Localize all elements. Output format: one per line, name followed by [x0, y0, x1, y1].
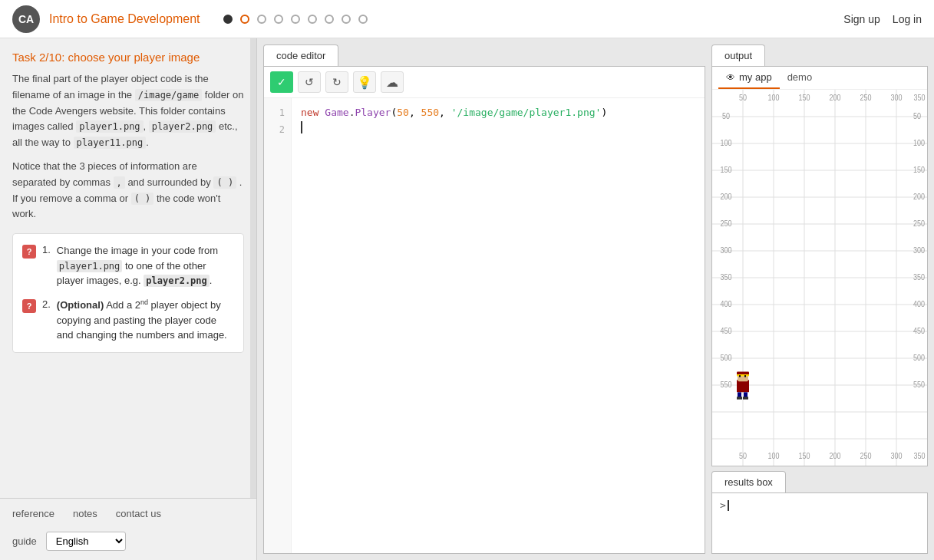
folder-code: /image/game	[135, 89, 202, 101]
comma-code: ,	[114, 176, 125, 189]
my-app-label: my app	[739, 71, 772, 83]
svg-rect-55	[737, 380, 749, 392]
code-area[interactable]: new Game.Player(50, 550, '/image/game/pl…	[292, 98, 705, 553]
p1-code: player1.png	[76, 120, 143, 133]
cursor	[301, 121, 309, 133]
hint-button[interactable]: 💡	[353, 71, 376, 93]
language-select[interactable]: English Español Français	[46, 532, 126, 551]
svg-text:250: 250	[860, 451, 873, 460]
code-line-2	[301, 121, 695, 133]
step-1-num: 1.	[42, 244, 51, 255]
kw-dot: .	[349, 104, 355, 121]
grid-canvas: 50 100 150 200 250 300 350 50 100 150 20…	[712, 90, 927, 466]
editor-tab-bar: code editor	[263, 44, 705, 66]
tab-notes[interactable]: notes	[73, 506, 97, 521]
step-1: ? 1. Change the image in your code from …	[22, 243, 234, 288]
svg-text:300: 300	[721, 246, 733, 255]
paren-open: (	[391, 104, 397, 121]
cursor-bar	[728, 500, 729, 511]
undo-button[interactable]: ↺	[298, 71, 321, 93]
svg-text:550: 550	[913, 380, 926, 390]
output-container: 👁 my app demo	[711, 66, 928, 466]
tab-reference[interactable]: reference	[12, 506, 54, 521]
left-panel: Task 2/10: choose your player image The …	[0, 38, 257, 560]
svg-text:350: 350	[721, 273, 733, 282]
step-2-optional: (Optional)	[57, 299, 104, 311]
check-button[interactable]: ✓	[270, 71, 293, 93]
footer: guide English Español Français	[0, 525, 256, 560]
signup-button[interactable]: Sign up	[843, 13, 880, 25]
subtab-my-app[interactable]: 👁 my app	[718, 67, 780, 89]
svg-text:250: 250	[721, 219, 733, 229]
step-2-num: 2.	[42, 298, 51, 310]
svg-text:150: 150	[721, 166, 733, 175]
step-2-sup: nd	[140, 298, 148, 306]
svg-text:50: 50	[739, 451, 748, 460]
login-button[interactable]: Log in	[893, 13, 922, 25]
svg-text:300: 300	[913, 246, 926, 255]
code-line-1: new Game.Player(50, 550, '/image/game/pl…	[301, 104, 695, 121]
kw-new: new	[301, 104, 318, 121]
logo: CA	[12, 5, 40, 33]
results-section: results box >	[711, 471, 928, 554]
tab-contact-us[interactable]: contact us	[116, 506, 161, 521]
editor-toolbar: ✓ ↺ ↻ 💡 ☁	[264, 67, 705, 98]
dot-3	[257, 15, 266, 24]
tab-results-box[interactable]: results box	[711, 471, 786, 492]
svg-rect-64	[743, 397, 748, 400]
svg-text:100: 100	[768, 451, 781, 460]
svg-text:50: 50	[722, 112, 731, 121]
parens-code: ( )	[213, 176, 236, 189]
line-num-1: 1	[264, 104, 285, 121]
svg-text:100: 100	[721, 139, 733, 148]
demo-label: demo	[787, 71, 813, 83]
results-tab-bar: results box	[711, 471, 928, 492]
subtab-demo[interactable]: demo	[780, 67, 820, 89]
tab-code-editor[interactable]: code editor	[263, 44, 338, 66]
output-tab-bar: output	[711, 44, 928, 66]
svg-text:100: 100	[768, 93, 781, 102]
svg-text:350: 350	[913, 273, 926, 282]
svg-text:50: 50	[913, 112, 922, 121]
main-layout: Task 2/10: choose your player image The …	[0, 38, 934, 560]
prompt: >	[720, 499, 726, 511]
kw-player: Player	[355, 104, 391, 121]
p2-code: player2.png	[149, 120, 216, 133]
parens2-code: ( )	[131, 193, 154, 205]
grid-svg: 50 100 150 200 250 300 350 50 100 150 20…	[712, 90, 927, 466]
svg-text:450: 450	[913, 327, 926, 336]
task-number-prefix: Task 2/10:	[12, 51, 68, 64]
output-subtabs: 👁 my app demo	[712, 67, 927, 90]
task-content: Task 2/10: choose your player image The …	[0, 38, 256, 498]
dot-5	[291, 15, 300, 24]
svg-text:50: 50	[739, 93, 748, 102]
dot-9	[358, 15, 368, 24]
center-panel: code editor ✓ ↺ ↻ 💡 ☁ 1 2 new Game.Playe…	[257, 38, 711, 560]
svg-rect-63	[737, 397, 742, 400]
step-1-text: Change the image in your code from playe…	[57, 243, 234, 288]
svg-rect-60	[744, 375, 746, 377]
svg-rect-59	[739, 375, 741, 377]
svg-text:200: 200	[913, 193, 926, 202]
step-2: ? 2. (Optional) Add a 2nd player object …	[22, 298, 234, 343]
upload-button[interactable]: ☁	[381, 71, 404, 93]
paren-close: )	[601, 104, 607, 121]
comma-1: ,	[409, 104, 415, 121]
task-para-1: The final part of the player object code…	[12, 71, 244, 151]
page-title: Intro to Game Development	[49, 12, 200, 26]
svg-text:350: 350	[914, 93, 926, 102]
task-title-main: choose your player image	[68, 51, 200, 64]
svg-text:150: 150	[799, 451, 811, 460]
svg-text:450: 450	[721, 327, 733, 336]
svg-text:550: 550	[721, 380, 733, 390]
step1-from-code: player1.png	[57, 260, 122, 272]
step-1-badge: ?	[22, 245, 36, 259]
redo-button[interactable]: ↻	[325, 71, 348, 93]
dot-2	[240, 15, 249, 24]
scrollbar[interactable]	[250, 38, 256, 498]
svg-text:250: 250	[913, 219, 926, 229]
svg-text:350: 350	[914, 451, 926, 460]
svg-text:500: 500	[913, 354, 926, 363]
arg-y: 550	[421, 104, 439, 121]
tab-output[interactable]: output	[711, 44, 765, 66]
